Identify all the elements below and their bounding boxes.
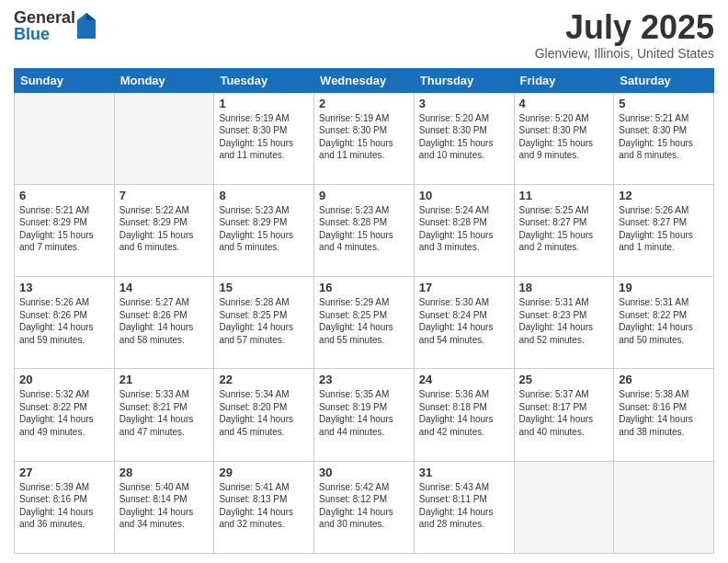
calendar-cell-5-7 xyxy=(614,461,714,553)
day-number: 6 xyxy=(19,189,109,202)
week-row-4: 20Sunrise: 5:32 AM Sunset: 8:22 PM Dayli… xyxy=(15,369,714,461)
day-number: 19 xyxy=(619,281,709,294)
day-number: 3 xyxy=(419,97,509,110)
day-number: 2 xyxy=(319,97,409,110)
calendar-cell-2-6: 11Sunrise: 5:25 AM Sunset: 8:27 PM Dayli… xyxy=(514,184,614,276)
day-info: Sunrise: 5:22 AM Sunset: 8:29 PM Dayligh… xyxy=(119,204,210,254)
calendar-cell-1-5: 3Sunrise: 5:20 AM Sunset: 8:30 PM Daylig… xyxy=(414,92,514,184)
day-number: 15 xyxy=(219,281,309,294)
day-info: Sunrise: 5:31 AM Sunset: 8:23 PM Dayligh… xyxy=(519,296,609,346)
day-info: Sunrise: 5:23 AM Sunset: 8:29 PM Dayligh… xyxy=(219,204,309,254)
day-info: Sunrise: 5:21 AM Sunset: 8:30 PM Dayligh… xyxy=(619,112,709,162)
calendar-cell-5-5: 31Sunrise: 5:43 AM Sunset: 8:11 PM Dayli… xyxy=(414,461,514,553)
day-info: Sunrise: 5:29 AM Sunset: 8:25 PM Dayligh… xyxy=(319,296,409,346)
day-number: 16 xyxy=(319,281,409,294)
week-row-3: 13Sunrise: 5:26 AM Sunset: 8:26 PM Dayli… xyxy=(15,277,714,369)
weekday-header-sunday: Sunday xyxy=(15,68,115,92)
day-info: Sunrise: 5:24 AM Sunset: 8:28 PM Dayligh… xyxy=(419,204,509,254)
day-info: Sunrise: 5:36 AM Sunset: 8:18 PM Dayligh… xyxy=(419,388,509,438)
day-number: 31 xyxy=(419,465,509,479)
day-number: 27 xyxy=(19,465,109,479)
day-number: 23 xyxy=(319,373,409,386)
day-number: 25 xyxy=(519,373,609,386)
day-info: Sunrise: 5:25 AM Sunset: 8:27 PM Dayligh… xyxy=(519,204,609,254)
weekday-header-tuesday: Tuesday xyxy=(214,68,314,92)
day-info: Sunrise: 5:41 AM Sunset: 8:13 PM Dayligh… xyxy=(219,481,309,531)
day-number: 5 xyxy=(619,97,709,110)
day-info: Sunrise: 5:28 AM Sunset: 8:25 PM Dayligh… xyxy=(219,296,309,346)
calendar-cell-5-6 xyxy=(514,461,614,553)
calendar-cell-2-2: 7Sunrise: 5:22 AM Sunset: 8:29 PM Daylig… xyxy=(114,184,214,276)
day-info: Sunrise: 5:43 AM Sunset: 8:11 PM Dayligh… xyxy=(419,481,509,531)
day-info: Sunrise: 5:35 AM Sunset: 8:19 PM Dayligh… xyxy=(319,388,409,438)
calendar-cell-4-2: 21Sunrise: 5:33 AM Sunset: 8:21 PM Dayli… xyxy=(114,369,214,461)
calendar-cell-2-3: 8Sunrise: 5:23 AM Sunset: 8:29 PM Daylig… xyxy=(214,184,314,276)
calendar-cell-3-1: 13Sunrise: 5:26 AM Sunset: 8:26 PM Dayli… xyxy=(15,277,115,369)
header: General Blue July 2025 Glenview, Illinoi… xyxy=(14,9,714,61)
week-row-1: 1Sunrise: 5:19 AM Sunset: 8:30 PM Daylig… xyxy=(15,92,714,184)
day-info: Sunrise: 5:19 AM Sunset: 8:30 PM Dayligh… xyxy=(219,112,309,162)
day-number: 22 xyxy=(219,373,309,386)
day-number: 11 xyxy=(519,189,609,202)
logo-general: General xyxy=(14,9,75,26)
day-number: 10 xyxy=(419,189,509,202)
calendar-cell-4-5: 24Sunrise: 5:36 AM Sunset: 8:18 PM Dayli… xyxy=(414,369,514,461)
day-number: 18 xyxy=(519,281,609,294)
day-number: 24 xyxy=(419,373,509,386)
day-number: 4 xyxy=(519,97,609,110)
calendar-cell-1-7: 5Sunrise: 5:21 AM Sunset: 8:30 PM Daylig… xyxy=(614,92,714,184)
day-info: Sunrise: 5:33 AM Sunset: 8:21 PM Dayligh… xyxy=(119,388,210,438)
day-info: Sunrise: 5:26 AM Sunset: 8:27 PM Dayligh… xyxy=(619,204,709,254)
location-title: Glenview, Illinois, United States xyxy=(535,46,714,61)
day-number: 26 xyxy=(619,373,709,386)
day-number: 14 xyxy=(119,281,210,294)
month-title: July 2025 xyxy=(535,9,714,46)
day-info: Sunrise: 5:23 AM Sunset: 8:28 PM Dayligh… xyxy=(319,204,409,254)
day-number: 20 xyxy=(19,373,109,386)
page: General Blue July 2025 Glenview, Illinoi… xyxy=(0,0,728,563)
calendar-cell-5-3: 29Sunrise: 5:41 AM Sunset: 8:13 PM Dayli… xyxy=(214,461,314,553)
calendar-cell-1-1 xyxy=(15,92,115,184)
weekday-header-monday: Monday xyxy=(114,68,214,92)
calendar-cell-3-3: 15Sunrise: 5:28 AM Sunset: 8:25 PM Dayli… xyxy=(214,277,314,369)
day-info: Sunrise: 5:27 AM Sunset: 8:26 PM Dayligh… xyxy=(119,296,210,346)
calendar-cell-1-2 xyxy=(114,92,214,184)
calendar-cell-3-2: 14Sunrise: 5:27 AM Sunset: 8:26 PM Dayli… xyxy=(114,277,214,369)
logo-blue: Blue xyxy=(14,26,75,42)
calendar-cell-4-4: 23Sunrise: 5:35 AM Sunset: 8:19 PM Dayli… xyxy=(314,369,415,461)
calendar-cell-5-1: 27Sunrise: 5:39 AM Sunset: 8:16 PM Dayli… xyxy=(15,461,115,553)
title-block: July 2025 Glenview, Illinois, United Sta… xyxy=(535,9,714,61)
calendar-cell-3-6: 18Sunrise: 5:31 AM Sunset: 8:23 PM Dayli… xyxy=(514,277,614,369)
day-number: 13 xyxy=(19,281,109,294)
weekday-header-row: SundayMondayTuesdayWednesdayThursdayFrid… xyxy=(15,68,714,92)
calendar-cell-2-7: 12Sunrise: 5:26 AM Sunset: 8:27 PM Dayli… xyxy=(614,184,714,276)
day-number: 28 xyxy=(119,465,210,479)
week-row-2: 6Sunrise: 5:21 AM Sunset: 8:29 PM Daylig… xyxy=(15,184,714,276)
day-number: 8 xyxy=(219,189,309,202)
day-info: Sunrise: 5:34 AM Sunset: 8:20 PM Dayligh… xyxy=(219,388,309,438)
day-info: Sunrise: 5:30 AM Sunset: 8:24 PM Dayligh… xyxy=(419,296,509,346)
day-number: 30 xyxy=(319,465,409,479)
day-info: Sunrise: 5:26 AM Sunset: 8:26 PM Dayligh… xyxy=(19,296,109,346)
logo: General Blue xyxy=(14,9,96,42)
calendar-cell-3-7: 19Sunrise: 5:31 AM Sunset: 8:22 PM Dayli… xyxy=(614,277,714,369)
day-info: Sunrise: 5:40 AM Sunset: 8:14 PM Dayligh… xyxy=(119,481,210,531)
day-number: 21 xyxy=(119,373,210,386)
calendar-cell-2-1: 6Sunrise: 5:21 AM Sunset: 8:29 PM Daylig… xyxy=(15,184,115,276)
svg-marker-1 xyxy=(86,13,96,20)
day-info: Sunrise: 5:39 AM Sunset: 8:16 PM Dayligh… xyxy=(19,481,109,531)
calendar-cell-3-5: 17Sunrise: 5:30 AM Sunset: 8:24 PM Dayli… xyxy=(414,277,514,369)
calendar-cell-1-3: 1Sunrise: 5:19 AM Sunset: 8:30 PM Daylig… xyxy=(214,92,314,184)
weekday-header-thursday: Thursday xyxy=(414,68,514,92)
calendar-cell-2-5: 10Sunrise: 5:24 AM Sunset: 8:28 PM Dayli… xyxy=(414,184,514,276)
calendar-cell-5-4: 30Sunrise: 5:42 AM Sunset: 8:12 PM Dayli… xyxy=(314,461,415,553)
day-info: Sunrise: 5:37 AM Sunset: 8:17 PM Dayligh… xyxy=(519,388,609,438)
calendar-cell-3-4: 16Sunrise: 5:29 AM Sunset: 8:25 PM Dayli… xyxy=(314,277,415,369)
day-number: 29 xyxy=(219,465,309,479)
weekday-header-wednesday: Wednesday xyxy=(314,68,415,92)
weekday-header-saturday: Saturday xyxy=(614,68,714,92)
calendar-cell-1-4: 2Sunrise: 5:19 AM Sunset: 8:30 PM Daylig… xyxy=(314,92,415,184)
calendar-cell-2-4: 9Sunrise: 5:23 AM Sunset: 8:28 PM Daylig… xyxy=(314,184,415,276)
day-number: 1 xyxy=(219,97,309,110)
day-info: Sunrise: 5:20 AM Sunset: 8:30 PM Dayligh… xyxy=(519,112,609,162)
